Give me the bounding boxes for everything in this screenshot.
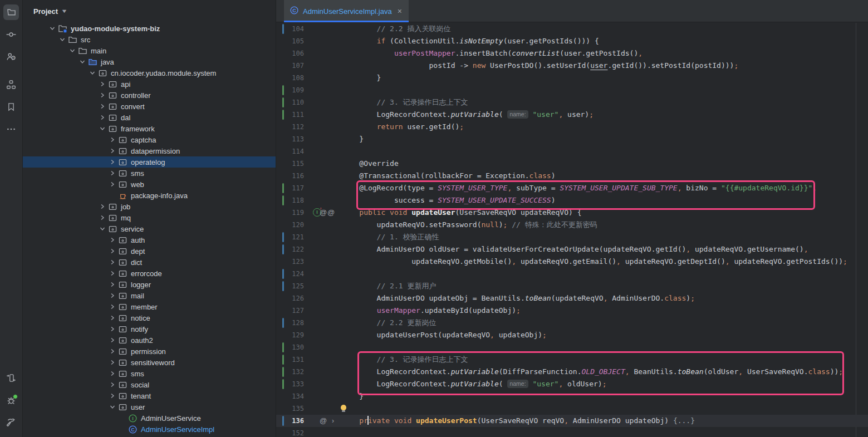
chevron-collapsed-icon[interactable] [97,102,107,111]
tree-item-errorcode[interactable]: errorcode [23,268,276,279]
tree-item-mail[interactable]: mail [23,290,276,301]
code-text[interactable]: LogRecordContext.putVariable( name: "use… [342,378,607,390]
tab-adminuserserviceimpl[interactable]: C AdminUserServiceImpl.java × [284,0,409,22]
project-panel-header[interactable]: Project ▼ [23,0,276,22]
code-area[interactable]: 104 // 2.2 插入关联岗位105 if (CollectionUtil.… [276,23,868,437]
code-text[interactable]: success = SYSTEM_USER_UPDATE_SUCCESS) [342,194,556,207]
chevron-collapsed-icon[interactable] [107,369,117,378]
tree-item-api[interactable]: api [23,78,276,90]
code-text[interactable]: if (CollectionUtil.isNotEmpty(user.getPo… [342,35,599,47]
tree-item-src[interactable]: src [23,34,276,45]
code-text[interactable]: LogRecordContext.putVariable( name: "use… [342,109,594,121]
code-text[interactable]: // 3. 记录操作日志上下文 [342,96,468,109]
close-icon[interactable]: × [398,7,402,15]
chevron-collapsed-icon[interactable] [97,80,107,89]
chevron-collapsed-icon[interactable] [107,391,117,400]
chevron-collapsed-icon[interactable] [107,302,117,311]
code-text[interactable]: // 1. 校验正确性 [342,231,439,243]
tree-item-java[interactable]: java [23,56,276,67]
users-question-icon[interactable]: ? [3,49,19,65]
tree-item-user[interactable]: user [23,401,276,413]
tree-item-service[interactable]: service [23,223,276,234]
chevron-collapsed-icon[interactable] [107,135,117,144]
tree-item-auth[interactable]: auth [23,234,276,245]
chevron-collapsed-icon[interactable] [107,347,117,356]
tree-item-framework[interactable]: framework [23,123,276,134]
tree-item-controller[interactable]: controller [23,90,276,101]
tree-item-cn-iocoder-yudao-module-system[interactable]: cn.iocoder.yudao.module.system [23,67,276,78]
code-text[interactable]: @LogRecord(type = SYSTEM_USER_TYPE, subT… [342,182,817,194]
code-text[interactable]: updateReqVO.setPassword(null); // 特殊：此处不… [342,219,597,231]
tree-item-adminuserservice[interactable]: IAdminUserService [23,413,276,424]
code-text[interactable]: public void updateUser(UserSaveReqVO upd… [342,207,582,219]
annotated-icon[interactable]: @ [320,415,327,427]
more-icon[interactable] [3,121,19,137]
chevron-expanded-icon[interactable] [97,224,107,233]
chevron-collapsed-icon[interactable] [97,202,107,211]
tree-item-dept[interactable]: dept [23,245,276,257]
chevron-expanded-icon[interactable] [67,46,77,55]
code-text[interactable]: private void updateUserPost(UserSaveReqV… [342,415,695,427]
code-text[interactable]: } [342,133,364,145]
tree-item-adminuserserviceimpl[interactable]: CAdminUserServiceImpl [23,424,276,435]
code-text[interactable]: // 2.2 插入关联岗位 [342,23,450,35]
chevron-collapsed-icon[interactable] [107,269,117,278]
tree-item-notify[interactable]: notify [23,323,276,335]
annotated-icon[interactable]: @ [327,207,335,219]
tree-item-mq[interactable]: mq [23,212,276,223]
tree-item-dal[interactable]: dal [23,112,276,123]
code-text[interactable]: userMapper.updateById(updateObj); [342,305,521,317]
chevron-collapsed-icon[interactable] [97,113,107,122]
chevron-collapsed-icon[interactable] [107,358,117,367]
chevron-collapsed-icon[interactable] [97,213,107,222]
chevron-expanded-icon[interactable] [47,24,57,33]
fold-collapsed-icon[interactable]: › [332,415,334,427]
tree-item-sms[interactable]: sms [23,168,276,179]
project-folder-icon[interactable] [3,4,19,20]
code-text[interactable]: } [342,72,381,84]
tree-item-tenant[interactable]: tenant [23,390,276,401]
chevron-collapsed-icon[interactable] [107,291,117,300]
tree-item-operatelog[interactable]: operatelog [23,156,276,168]
code-text[interactable]: return user.getId(); [342,121,464,133]
tree-item-web[interactable]: web [23,179,276,190]
tree-item-datapermission[interactable]: datapermission [23,145,276,156]
chevron-collapsed-icon[interactable] [97,91,107,100]
tree-item-job[interactable]: job [23,201,276,212]
code-text[interactable]: @Transactional(rollbackFor = Exception.c… [342,170,556,182]
chevron-collapsed-icon[interactable] [107,158,117,166]
chevron-expanded-icon[interactable] [107,402,117,411]
tree-item-captcha[interactable]: captcha [23,134,276,145]
code-text[interactable]: postId -> new UserPostDO().setUserId(use… [342,60,738,72]
tree-item-dict[interactable]: dict [23,257,276,268]
tree-item-yudao-module-system-biz[interactable]: yudao-module-system-biz [23,23,276,34]
structure-icon[interactable] [3,77,19,92]
code-text[interactable]: AdminUserDO oldUser = validateUserForCre… [342,243,808,256]
annotated-icon[interactable]: @ [320,207,327,219]
chevron-collapsed-icon[interactable] [107,313,117,322]
chevron-collapsed-icon[interactable] [107,380,117,389]
debug-icon[interactable] [3,392,19,408]
tree-item-member[interactable]: member [23,301,276,312]
services-icon[interactable] [3,370,19,386]
code-text[interactable]: @Override [342,158,399,170]
chevron-collapsed-icon[interactable] [107,146,117,155]
chevron-collapsed-icon[interactable] [107,336,117,345]
code-text[interactable]: updateUserPost(updateReqVO, updateObj); [342,329,547,341]
tree-item-logger[interactable]: logger [23,279,276,290]
chevron-collapsed-icon[interactable] [107,247,117,256]
tree-item-main[interactable]: main [23,45,276,56]
chevron-collapsed-icon[interactable] [107,325,117,333]
code-text[interactable]: updateReqVO.getMobile(), updateReqVO.get… [342,256,847,268]
tree-item-oauth2[interactable]: oauth2 [23,335,276,346]
code-text[interactable]: // 3. 记录操作日志上下文 [342,353,468,366]
tree-item-notice[interactable]: notice [23,312,276,323]
code-text[interactable]: AdminUserDO updateObj = BeanUtils.toBean… [342,292,695,305]
intention-bulb-icon[interactable] [341,405,346,410]
commit-icon[interactable] [3,27,19,42]
code-text[interactable]: // 2.1 更新用户 [342,280,436,292]
tree-item-sms[interactable]: sms [23,368,276,379]
code-text[interactable]: LogRecordContext.putVariable(DiffParseFu… [342,366,843,378]
code-text[interactable]: // 2.2 更新岗位 [342,317,436,329]
tree-item-package-info-java[interactable]: package-info.java [23,190,276,201]
